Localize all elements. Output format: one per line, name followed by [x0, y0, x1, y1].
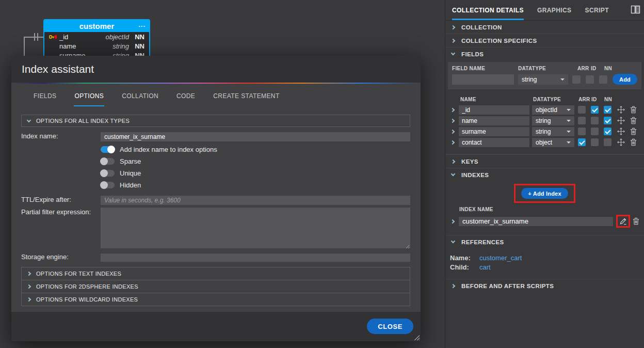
toggle-unique[interactable]	[101, 170, 115, 177]
toggle-hidden[interactable]	[101, 182, 115, 188]
section-before-after-scripts[interactable]: BEFORE AND AFTER SCRIPTS	[445, 279, 644, 292]
tab-collation[interactable]: COLLATION	[121, 92, 159, 106]
expand-row-icon[interactable]	[450, 118, 455, 122]
col-header-name: NAME	[460, 97, 533, 102]
move-field-icon[interactable]	[617, 116, 625, 125]
tab-options[interactable]: OPTIONS	[74, 92, 104, 106]
id-checkbox[interactable]	[591, 117, 599, 124]
delete-field-icon[interactable]	[629, 138, 638, 147]
storage-engine-input[interactable]	[101, 254, 410, 262]
field-datatype-select[interactable]: string	[532, 127, 574, 136]
index-name-input[interactable]	[101, 132, 410, 141]
new-field-name-input[interactable]	[452, 74, 514, 85]
field-datatype-select[interactable]: string	[532, 116, 574, 125]
field-name-input[interactable]	[459, 138, 529, 147]
reference-name-link[interactable]: customer_cart	[479, 254, 522, 262]
section-references-header[interactable]: REFERENCES	[445, 235, 644, 248]
field-name-input[interactable]	[459, 105, 529, 115]
add-field-form: FIELD NAME DATATYPE ARR ID NN string Add	[448, 62, 641, 89]
toggle-add-index-name[interactable]	[101, 146, 115, 153]
add-index-button[interactable]: + Add Index	[521, 188, 568, 199]
id-column-label: ID	[591, 66, 604, 71]
tab-script[interactable]: SCRIPT	[585, 7, 609, 20]
move-field-icon[interactable]	[617, 127, 625, 136]
chevron-down-icon	[451, 239, 455, 243]
section-options-text-indexes[interactable]: OPTIONS FOR TEXT INDEXES	[21, 267, 410, 280]
index-name-input[interactable]	[459, 217, 613, 226]
selected-datatype: objectId	[536, 106, 557, 114]
section-label: REFERENCES	[461, 239, 504, 245]
dialog-body: OPTIONS FOR ALL INDEX TYPES Index name: …	[11, 106, 421, 306]
section-fields-header[interactable]: FIELDS	[445, 48, 644, 60]
expand-row-icon[interactable]	[450, 140, 455, 144]
arr-checkbox[interactable]	[578, 138, 586, 146]
field-name-input[interactable]	[459, 127, 529, 136]
nn-checkbox[interactable]	[604, 138, 611, 146]
section-label: INDEXES	[461, 172, 489, 178]
col-header-id: ID	[591, 97, 604, 102]
new-field-nn-checkbox[interactable]	[599, 75, 607, 84]
delete-index-icon[interactable]	[632, 217, 640, 226]
dropdown-arrow-icon	[567, 120, 571, 122]
edit-index-icon[interactable]	[619, 217, 627, 226]
new-field-id-checkbox[interactable]	[586, 75, 594, 84]
expand-row-icon[interactable]	[450, 129, 455, 133]
section-collection[interactable]: COLLECTION	[445, 21, 644, 34]
id-checkbox[interactable]	[591, 106, 599, 114]
entity-customer[interactable]: customer ... _id objectId NN name string…	[43, 19, 150, 61]
field-datatype-select[interactable]: object	[532, 138, 574, 147]
dropdown-arrow-icon	[567, 109, 571, 111]
tab-create-statement[interactable]: CREATE STATEMENT	[213, 92, 280, 106]
section-label: OPTIONS FOR ALL INDEX TYPES	[36, 118, 130, 124]
dropdown-arrow-icon	[560, 78, 565, 81]
new-field-arr-checkbox[interactable]	[572, 75, 581, 84]
reference-child-label: Child:	[450, 263, 479, 271]
tab-graphics[interactable]: GRAPHICS	[537, 7, 572, 20]
id-checkbox[interactable]	[591, 128, 599, 135]
arr-checkbox[interactable]	[578, 128, 586, 135]
toggle-sparse[interactable]	[101, 158, 115, 165]
partial-filter-textarea[interactable]	[101, 208, 410, 248]
toggle-columns-icon[interactable]	[631, 5, 640, 16]
section-fields: FIELDS FIELD NAME DATATYPE ARR ID NN str…	[445, 48, 644, 154]
tab-code[interactable]: CODE	[176, 92, 196, 106]
entity-menu-icon[interactable]: ...	[138, 19, 146, 30]
reference-child-link[interactable]: cart	[479, 263, 491, 271]
delete-field-icon[interactable]	[629, 116, 638, 125]
section-options-2dsphere-indexes[interactable]: OPTIONS FOR 2DSPHERE INDEXES	[21, 280, 410, 293]
dialog-resize-handle[interactable]	[414, 335, 420, 340]
field-name-column-label: FIELD NAME	[452, 66, 518, 71]
delete-field-icon[interactable]	[629, 127, 638, 136]
expand-row-icon[interactable]	[450, 219, 455, 223]
field-datatype-select[interactable]: objectId	[532, 105, 574, 115]
ttl-input[interactable]	[101, 196, 410, 205]
col-header-nn: NN	[604, 97, 612, 102]
delete-field-icon[interactable]	[629, 105, 638, 114]
arr-checkbox[interactable]	[578, 106, 586, 114]
nn-checkbox[interactable]	[604, 106, 611, 114]
section-indexes-header[interactable]: INDEXES	[445, 168, 644, 181]
col-header-arr: ARR	[578, 97, 591, 102]
collection-details-panel: COLLECTION DETAILS GRAPHICS SCRIPT COLLE…	[445, 0, 644, 348]
move-field-icon[interactable]	[617, 105, 625, 114]
field-name-input[interactable]	[459, 116, 529, 125]
arr-checkbox[interactable]	[578, 117, 586, 124]
close-button[interactable]: CLOSE	[367, 319, 413, 334]
entity-header[interactable]: customer ...	[44, 20, 149, 32]
section-keys[interactable]: KEYS	[445, 154, 644, 168]
add-field-button[interactable]: Add	[613, 74, 637, 85]
nn-checkbox[interactable]	[604, 117, 611, 124]
nn-checkbox[interactable]	[604, 128, 611, 135]
new-field-datatype-select[interactable]: string	[518, 74, 568, 85]
chevron-right-icon	[451, 25, 455, 29]
chevron-right-icon	[27, 284, 31, 289]
tab-fields[interactable]: FIELDS	[33, 92, 57, 106]
toggle-label: Add index name to index options	[120, 146, 217, 153]
section-options-wildcard-indexes[interactable]: OPTIONS FOR WILDCARD INDEXES	[21, 293, 410, 306]
section-options-all-index-types[interactable]: OPTIONS FOR ALL INDEX TYPES	[21, 115, 410, 127]
section-collection-specifics[interactable]: COLLECTION SPECIFICS	[445, 34, 644, 48]
tab-collection-details[interactable]: COLLECTION DETAILS	[452, 7, 524, 20]
expand-row-icon[interactable]	[450, 107, 455, 112]
move-field-icon[interactable]	[617, 138, 625, 147]
id-checkbox[interactable]	[591, 138, 599, 146]
